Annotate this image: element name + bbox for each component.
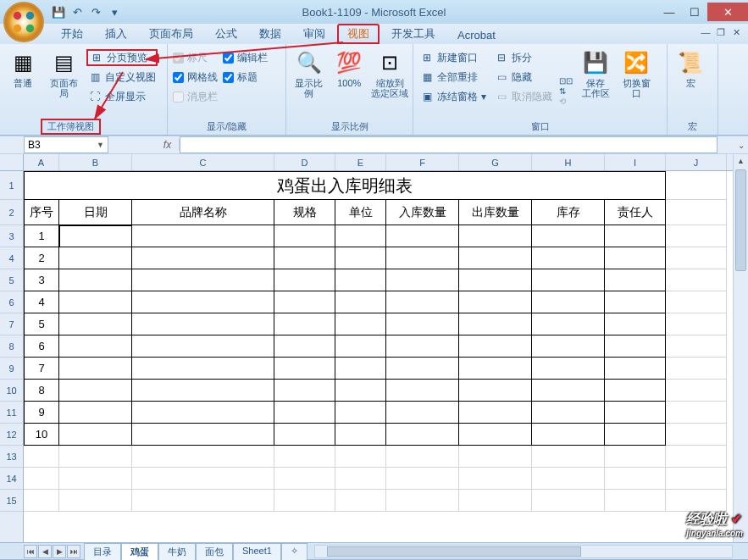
cell[interactable] [532, 358, 605, 380]
tab-data[interactable]: 数据 [249, 24, 291, 44]
row-header[interactable]: 3 [0, 225, 23, 247]
formulabar-checkbox[interactable]: 编辑栏 [223, 49, 268, 66]
headings-checkbox[interactable]: 标题 [223, 69, 268, 86]
tab-view[interactable]: 视图 [337, 24, 380, 44]
tab-home[interactable]: 开始 [51, 24, 93, 44]
name-box-dropdown-icon[interactable]: ▼ [97, 141, 104, 149]
cell[interactable]: 4 [24, 291, 59, 313]
cell[interactable] [59, 291, 132, 313]
cell[interactable] [335, 468, 386, 490]
gridlines-checkbox[interactable]: 网格线 [173, 69, 218, 86]
cell[interactable] [59, 247, 132, 269]
cell[interactable] [605, 424, 666, 446]
scroll-up-icon[interactable]: ▲ [734, 154, 748, 168]
row-header[interactable]: 2 [0, 200, 23, 225]
formula-bar[interactable] [180, 136, 718, 153]
cell[interactable]: 8 [24, 380, 59, 402]
table-header[interactable]: 日期 [59, 200, 132, 225]
hscroll-thumb[interactable] [327, 546, 581, 557]
cell[interactable] [605, 335, 666, 358]
cell[interactable] [386, 358, 459, 380]
cell[interactable] [605, 380, 666, 402]
scroll-thumb[interactable] [735, 169, 746, 271]
cell[interactable]: 2 [24, 247, 59, 269]
office-button[interactable] [3, 2, 44, 42]
compare-icon[interactable]: ⊡⊡ [559, 76, 573, 86]
select-all-corner[interactable] [0, 154, 23, 171]
cell[interactable] [386, 335, 459, 358]
cell[interactable] [666, 490, 727, 512]
cell[interactable] [532, 269, 605, 291]
sheet-tab[interactable]: Sheet1 [233, 543, 281, 560]
cell[interactable] [666, 468, 727, 490]
cell[interactable] [532, 380, 605, 402]
cell[interactable] [386, 490, 459, 512]
cell[interactable] [132, 335, 274, 358]
tab-nav-first-icon[interactable]: ⏮ [24, 545, 37, 558]
row-header[interactable]: 11 [0, 402, 23, 424]
cell[interactable] [666, 446, 727, 468]
cell[interactable] [132, 402, 274, 424]
row-header[interactable]: 8 [0, 335, 23, 358]
cell[interactable] [386, 446, 459, 468]
cell[interactable] [335, 446, 386, 468]
cell[interactable] [666, 225, 727, 247]
cell[interactable] [666, 171, 727, 200]
cell[interactable] [605, 269, 666, 291]
cell[interactable] [335, 490, 386, 512]
insert-sheet-icon[interactable]: ✧ [281, 543, 308, 560]
row-header[interactable]: 12 [0, 424, 23, 446]
cell[interactable] [532, 490, 605, 512]
cell[interactable] [132, 468, 274, 490]
arrange-all-button[interactable]: ▦全部重排 [418, 69, 488, 86]
cell[interactable] [274, 468, 335, 490]
freeze-panes-button[interactable]: ▣冻结窗格 ▾ [418, 88, 488, 105]
cell[interactable] [59, 490, 132, 512]
cell[interactable] [335, 358, 386, 380]
cell[interactable] [274, 446, 335, 468]
cell[interactable] [59, 446, 132, 468]
cell[interactable] [666, 200, 727, 225]
cell[interactable] [459, 468, 532, 490]
grid[interactable]: A B C D E F G H I J 鸡蛋出入库明细表序号日期品牌名称规格单位… [24, 154, 733, 542]
cell[interactable] [605, 468, 666, 490]
tab-nav-next-icon[interactable]: ▶ [53, 545, 66, 558]
cell[interactable] [59, 225, 132, 247]
tab-nav-last-icon[interactable]: ⏭ [67, 545, 80, 558]
formula-bar-expand-icon[interactable]: ⌄ [734, 141, 748, 150]
row-header[interactable]: 14 [0, 468, 23, 490]
cell[interactable] [459, 313, 532, 335]
minimize-button[interactable]: — [657, 3, 682, 21]
cell[interactable] [532, 291, 605, 313]
cell[interactable] [386, 225, 459, 247]
cell[interactable] [666, 380, 727, 402]
cell[interactable] [274, 402, 335, 424]
column-header[interactable]: I [605, 154, 666, 170]
table-title[interactable]: 鸡蛋出入库明细表 [24, 171, 666, 200]
doc-minimize-icon[interactable]: — [699, 25, 712, 39]
cell[interactable] [532, 446, 605, 468]
column-header[interactable]: F [386, 154, 459, 170]
full-screen-button[interactable]: ⛶全屏显示 [86, 88, 158, 105]
cell[interactable] [459, 446, 532, 468]
cell[interactable] [459, 490, 532, 512]
cell[interactable] [132, 291, 274, 313]
cell[interactable] [666, 291, 727, 313]
column-header[interactable]: J [666, 154, 727, 170]
row-header[interactable]: 7 [0, 313, 23, 335]
cell[interactable] [532, 468, 605, 490]
cell[interactable] [605, 313, 666, 335]
tab-nav-prev-icon[interactable]: ◀ [38, 545, 52, 558]
save-icon[interactable]: 💾 [51, 4, 66, 19]
sheet-tab[interactable]: 鸡蛋 [121, 543, 158, 560]
tab-review[interactable]: 审阅 [293, 24, 335, 44]
column-header[interactable]: D [274, 154, 335, 170]
row-header[interactable]: 10 [0, 380, 23, 402]
row-header[interactable]: 4 [0, 247, 23, 269]
new-window-button[interactable]: ⊞新建窗口 [418, 49, 488, 66]
page-break-preview-button[interactable]: ⊞分页预览 [86, 49, 158, 66]
cell[interactable] [274, 335, 335, 358]
cell[interactable] [274, 380, 335, 402]
cell[interactable] [132, 380, 274, 402]
cell[interactable] [274, 225, 335, 247]
